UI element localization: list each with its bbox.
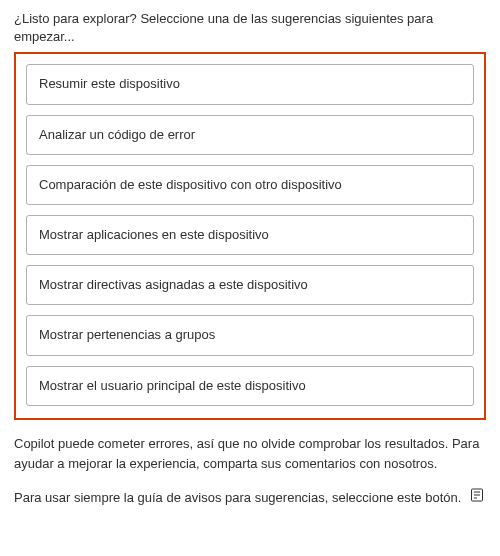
guide-hint-text: Para usar siempre la guía de avisos para… [14, 487, 486, 510]
suggestion-analyze-error[interactable]: Analizar un código de error [26, 115, 474, 155]
suggestion-show-apps[interactable]: Mostrar aplicaciones en este dispositivo [26, 215, 474, 255]
guide-text-label: Para usar siempre la guía de avisos para… [14, 490, 461, 505]
suggestions-highlight-box: Resumir este dispositivo Analizar un cód… [14, 52, 486, 419]
disclaimer-text: Copilot puede cometer errores, así que n… [14, 434, 486, 476]
suggestion-show-primary-user[interactable]: Mostrar el usuario principal de este dis… [26, 366, 474, 406]
suggestion-show-groups[interactable]: Mostrar pertenencias a grupos [26, 315, 474, 355]
suggestion-show-policies[interactable]: Mostrar directivas asignadas a este disp… [26, 265, 474, 305]
intro-text: ¿Listo para explorar? Seleccione una de … [14, 10, 486, 46]
suggestion-compare-device[interactable]: Comparación de este dispositivo con otro… [26, 165, 474, 205]
suggestion-summarize-device[interactable]: Resumir este dispositivo [26, 64, 474, 104]
prompt-guide-icon[interactable] [469, 487, 485, 510]
